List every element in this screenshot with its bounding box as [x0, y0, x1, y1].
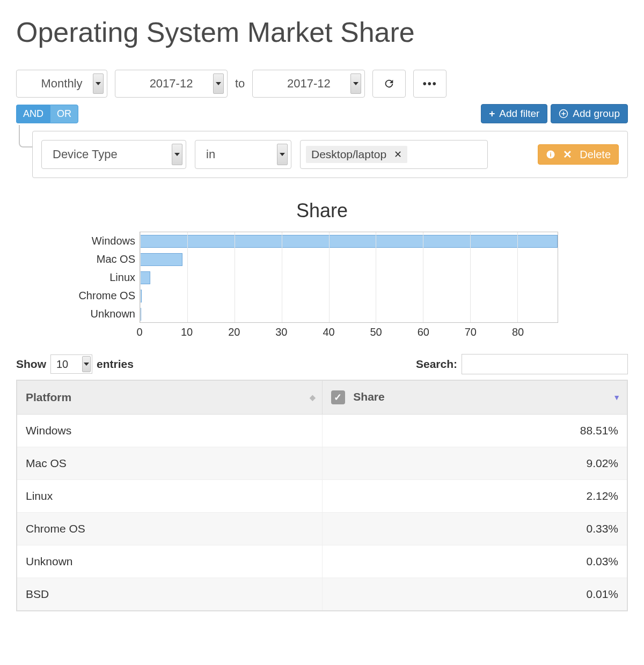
table-row: BSD0.01%: [17, 578, 627, 611]
table-row: Linux2.12%: [17, 480, 627, 513]
add-filter-button[interactable]: + Add filter: [481, 104, 547, 123]
gridline: [470, 232, 471, 322]
checkbox-icon[interactable]: ✓: [331, 390, 345, 404]
table-row: Chrome OS0.33%: [17, 513, 627, 545]
cell-platform: Windows: [17, 415, 322, 447]
page-title: Operating System Market Share: [16, 16, 628, 48]
x-tick-label: 20: [228, 326, 240, 338]
cell-platform: Linux: [17, 480, 322, 513]
info-icon: i: [546, 150, 555, 159]
results-table: Platform ◆ ✓ Share ▼ Windows88.51%Mac OS…: [16, 380, 628, 611]
x-tick-label: 50: [370, 326, 382, 338]
chart-category-label: Windows: [16, 232, 135, 250]
table-row: Unknown0.03%: [17, 545, 627, 578]
close-icon: ✕: [563, 148, 572, 161]
cell-platform: BSD: [17, 578, 322, 611]
gridline: [140, 232, 141, 322]
more-button[interactable]: •••: [413, 70, 447, 98]
filter-operator-select[interactable]: in: [195, 140, 291, 169]
add-filter-label: Add filter: [499, 108, 539, 120]
cell-share: 88.51%: [322, 415, 627, 447]
cell-share: 0.01%: [322, 578, 627, 611]
filter-value-text: Desktop/laptop: [311, 148, 386, 161]
svg-text:i: i: [550, 151, 552, 158]
search-label: Search:: [416, 358, 457, 371]
cell-share: 0.03%: [322, 545, 627, 578]
logic-row: AND OR + Add filter Add group: [16, 104, 628, 123]
caret-down-icon: [172, 144, 182, 165]
x-tick-label: 80: [512, 326, 524, 338]
gridline: [329, 232, 330, 322]
sort-desc-icon: ▼: [613, 393, 620, 402]
date-to-value: 2017-12: [287, 77, 331, 91]
add-group-button[interactable]: Add group: [551, 104, 628, 123]
cell-platform: Mac OS: [17, 447, 322, 480]
caret-down-icon: [82, 356, 91, 372]
delete-filter-button[interactable]: i ✕ Delete: [538, 144, 619, 165]
filter-rule: Device Type in Desktop/laptop ✕ i ✕ Dele…: [32, 131, 628, 178]
col-platform[interactable]: Platform ◆: [17, 380, 322, 415]
date-from-select[interactable]: 2017-12: [115, 70, 228, 98]
filter-field-select[interactable]: Device Type: [41, 140, 186, 169]
table-row: Mac OS9.02%: [17, 447, 627, 480]
or-toggle[interactable]: OR: [50, 105, 78, 123]
period-value: Monthly: [41, 77, 82, 91]
date-to-select[interactable]: 2017-12: [252, 70, 365, 98]
refresh-button[interactable]: [372, 70, 406, 98]
gridline: [235, 232, 235, 322]
entries-label: entries: [97, 358, 134, 371]
table-row: Windows88.51%: [17, 415, 627, 447]
add-group-label: Add group: [573, 108, 620, 120]
date-controls: Monthly 2017-12 to 2017-12 •••: [16, 70, 628, 98]
chart-bar: [140, 235, 558, 248]
cell-platform: Chrome OS: [17, 513, 322, 545]
and-toggle[interactable]: AND: [16, 105, 50, 123]
filter-value-tag: Desktop/laptop ✕: [306, 146, 407, 163]
ellipsis-icon: •••: [423, 78, 437, 90]
caret-down-icon: [277, 144, 288, 165]
x-tick-label: 60: [418, 326, 429, 338]
entries-value: 10: [56, 358, 68, 371]
filter-operator-value: in: [206, 147, 215, 161]
col-platform-label: Platform: [26, 391, 71, 403]
caret-down-icon: [93, 73, 104, 94]
gridline: [282, 232, 282, 322]
filter-field-value: Device Type: [53, 147, 118, 161]
chart-plot-area: [140, 232, 558, 323]
to-label: to: [235, 77, 245, 91]
plus-icon: +: [489, 108, 495, 120]
col-share[interactable]: ✓ Share ▼: [322, 380, 627, 415]
show-label: Show: [16, 358, 46, 371]
plus-circle-icon: [559, 109, 568, 119]
entries-select[interactable]: 10: [50, 354, 92, 374]
connector-line: [19, 125, 33, 147]
period-select[interactable]: Monthly: [16, 70, 107, 98]
search-input[interactable]: [462, 354, 628, 374]
x-tick-label: 30: [275, 326, 287, 338]
chart-bar: [140, 253, 182, 266]
table-controls: Show 10 entries Search:: [16, 354, 628, 374]
col-share-label: Share: [353, 390, 384, 403]
gridline: [187, 232, 188, 322]
gridline: [376, 232, 376, 322]
sort-icon: ◆: [310, 393, 316, 402]
date-from-value: 2017-12: [150, 77, 193, 91]
caret-down-icon: [350, 73, 361, 94]
cell-platform: Unknown: [17, 545, 322, 578]
x-tick-label: 70: [465, 326, 477, 338]
bar-chart: WindowsMac OSLinuxChrome OSUnknown 01020…: [16, 232, 628, 339]
x-tick-label: 10: [181, 326, 193, 338]
filter-value-input[interactable]: Desktop/laptop ✕: [300, 140, 488, 169]
remove-tag-icon[interactable]: ✕: [394, 149, 402, 160]
chart-x-axis: 01020304050607080: [140, 323, 558, 339]
caret-down-icon: [213, 73, 224, 94]
chart-category-label: Unknown: [16, 305, 135, 323]
logic-toggle: AND OR: [16, 105, 78, 123]
x-tick-label: 40: [323, 326, 334, 338]
x-tick-label: 0: [136, 326, 142, 338]
cell-share: 0.33%: [322, 513, 627, 545]
chart-y-labels: WindowsMac OSLinuxChrome OSUnknown: [16, 232, 135, 323]
gridline: [517, 232, 518, 322]
refresh-icon: [383, 78, 395, 90]
chart-title: Share: [16, 200, 628, 222]
